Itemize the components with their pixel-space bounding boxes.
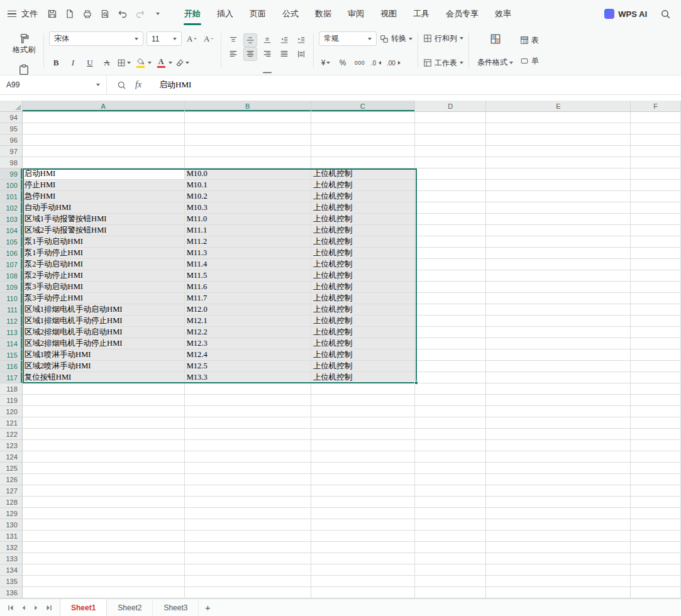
cell-F118[interactable] <box>631 383 681 395</box>
cell-F125[interactable] <box>631 463 681 474</box>
cell-B124[interactable] <box>185 451 311 463</box>
cell-A116[interactable]: 区域2喷淋手动HMI <box>23 361 185 372</box>
cell-B117[interactable]: M13.3 <box>185 372 311 383</box>
cell-A119[interactable] <box>23 395 185 406</box>
cell-F121[interactable] <box>631 417 681 429</box>
cell-E94[interactable] <box>486 112 631 123</box>
cell-C100[interactable]: 上位机控制 <box>311 180 415 191</box>
cell-B104[interactable]: M11.1 <box>185 225 311 236</box>
sheet-tab-Sheet2[interactable]: Sheet2 <box>107 599 153 616</box>
cell-F106[interactable] <box>631 248 681 259</box>
format-painter-button[interactable]: 格式刷 <box>9 31 38 57</box>
cell-A113[interactable]: 区域2排烟电机手动启动HMI <box>23 327 185 338</box>
cell-C117[interactable]: 上位机控制 <box>311 372 415 383</box>
cell-A124[interactable] <box>23 451 185 463</box>
cell-A115[interactable]: 区域1喷淋手动HMI <box>23 349 185 361</box>
cell-F113[interactable] <box>631 327 681 338</box>
cell-A134[interactable] <box>23 564 185 576</box>
cell-F127[interactable] <box>631 485 681 497</box>
row-header-133[interactable]: 133 <box>0 553 23 564</box>
cell-B98[interactable] <box>185 157 311 168</box>
cell-C101[interactable]: 上位机控制 <box>311 191 415 202</box>
cell-F124[interactable] <box>631 451 681 463</box>
cell-B122[interactable] <box>185 429 311 440</box>
cell-F111[interactable] <box>631 304 681 316</box>
cell-E96[interactable] <box>486 135 631 146</box>
cell-E127[interactable] <box>486 485 631 497</box>
cell-D132[interactable] <box>415 542 486 553</box>
cell-B119[interactable] <box>185 395 311 406</box>
quick-access-chevron-icon[interactable] <box>150 6 166 22</box>
cell-C118[interactable] <box>311 383 415 395</box>
cell-F132[interactable] <box>631 542 681 553</box>
cell-D103[interactable] <box>415 214 486 225</box>
cell-C116[interactable]: 上位机控制 <box>311 361 415 372</box>
cell-C113[interactable]: 上位机控制 <box>311 327 415 338</box>
cell-C108[interactable]: 上位机控制 <box>311 270 415 282</box>
cell-E126[interactable] <box>486 474 631 485</box>
cell-B112[interactable]: M12.1 <box>185 316 311 327</box>
cell-B97[interactable] <box>185 146 311 157</box>
cell-E111[interactable] <box>486 304 631 316</box>
row-header-109[interactable]: 109 <box>0 282 23 293</box>
cell-F105[interactable] <box>631 236 681 248</box>
cell-C130[interactable] <box>311 519 415 531</box>
cell-C111[interactable]: 上位机控制 <box>311 304 415 316</box>
cell-F104[interactable] <box>631 225 681 236</box>
cell-A104[interactable]: 区域2手动报警按钮HMI <box>23 225 185 236</box>
column-header-C[interactable]: C <box>311 101 415 112</box>
align-bottom-icon[interactable] <box>260 33 274 47</box>
increase-font-icon[interactable]: A+ <box>185 32 199 46</box>
cell-A129[interactable] <box>23 508 185 519</box>
cell-D122[interactable] <box>415 429 486 440</box>
cell-B111[interactable]: M12.0 <box>185 304 311 316</box>
cell-A96[interactable] <box>23 135 185 146</box>
column-header-E[interactable]: E <box>486 101 631 112</box>
cell-A105[interactable]: 泵1手动启动HMI <box>23 236 185 248</box>
cell-E108[interactable] <box>486 270 631 282</box>
cell-style-button[interactable]: 单 <box>520 54 539 68</box>
cell-F115[interactable] <box>631 349 681 361</box>
cell-A136[interactable] <box>23 587 185 598</box>
row-header-117[interactable]: 117 <box>0 372 23 383</box>
row-header-95[interactable]: 95 <box>0 123 23 135</box>
save-icon[interactable] <box>44 6 60 22</box>
cell-B113[interactable]: M12.2 <box>185 327 311 338</box>
cell-D119[interactable] <box>415 395 486 406</box>
cell-B136[interactable] <box>185 587 311 598</box>
row-header-122[interactable]: 122 <box>0 429 23 440</box>
column-header-D[interactable]: D <box>415 101 486 112</box>
cell-D134[interactable] <box>415 564 486 576</box>
align-right-icon[interactable] <box>260 47 274 61</box>
cell-D104[interactable] <box>415 225 486 236</box>
cell-E114[interactable] <box>486 338 631 349</box>
cell-D131[interactable] <box>415 531 486 542</box>
decrease-indent-icon[interactable] <box>277 33 291 47</box>
row-header-100[interactable]: 100 <box>0 180 23 191</box>
cell-A102[interactable]: 自动手动HMI <box>23 202 185 214</box>
cell-E103[interactable] <box>486 214 631 225</box>
align-left-icon[interactable] <box>226 47 240 61</box>
cell-E116[interactable] <box>486 361 631 372</box>
cell-D126[interactable] <box>415 474 486 485</box>
cell-A132[interactable] <box>23 542 185 553</box>
cell-E121[interactable] <box>486 417 631 429</box>
row-header-110[interactable]: 110 <box>0 293 23 304</box>
cell-F110[interactable] <box>631 293 681 304</box>
row-header-128[interactable]: 128 <box>0 497 23 508</box>
row-header-118[interactable]: 118 <box>0 383 23 395</box>
cell-C134[interactable] <box>311 564 415 576</box>
cell-F107[interactable] <box>631 259 681 270</box>
row-header-119[interactable]: 119 <box>0 395 23 406</box>
cell-B128[interactable] <box>185 497 311 508</box>
increase-decimal-button[interactable]: .00 <box>387 56 402 70</box>
menu-tab-2[interactable]: 插入 <box>209 0 241 28</box>
cell-D120[interactable] <box>415 406 486 417</box>
row-header-111[interactable]: 111 <box>0 304 23 316</box>
row-header-115[interactable]: 115 <box>0 349 23 361</box>
cell-C107[interactable]: 上位机控制 <box>311 259 415 270</box>
cell-A135[interactable] <box>23 576 185 587</box>
print-icon[interactable] <box>79 6 96 22</box>
row-header-121[interactable]: 121 <box>0 417 23 429</box>
cell-D98[interactable] <box>415 157 486 168</box>
